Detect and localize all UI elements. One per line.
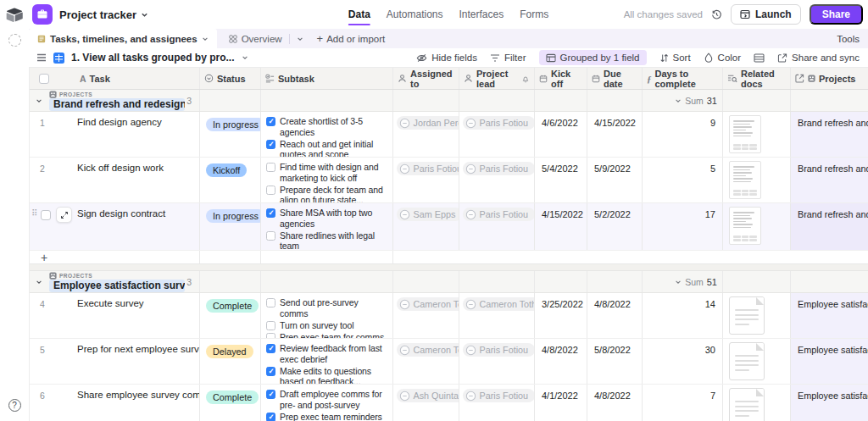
subtask-checkbox[interactable] (266, 208, 275, 218)
task-cell[interactable]: 1Find design agency (30, 112, 200, 157)
table-row[interactable]: 5Prep for next employee surveyDelayedRev… (30, 339, 868, 385)
task-cell[interactable]: 4Execute survey (30, 293, 200, 338)
subtask-cell[interactable]: Share MSA with top two agenciesShare red… (261, 203, 393, 250)
due-date-cell[interactable]: 5/9/2022 (587, 158, 643, 202)
subtask-checkbox[interactable] (266, 163, 275, 172)
due-date-cell[interactable]: 5/8/2022 (587, 339, 643, 384)
task-cell[interactable]: 2Kick off design work (30, 158, 200, 202)
status-cell[interactable]: Kickoff (200, 158, 261, 202)
column-header-status[interactable]: Status (200, 68, 261, 89)
row-height-button[interactable] (754, 53, 765, 63)
project-lead-cell[interactable]: Paris Fotiou (459, 339, 535, 384)
days-to-complete-cell[interactable]: 17 (643, 203, 723, 250)
subtask-checkbox[interactable] (266, 117, 275, 126)
project-lead-cell[interactable]: Paris Fotiou (459, 158, 535, 202)
doc-preview-thumbnail[interactable] (729, 207, 761, 245)
subtask-cell[interactable]: Send out pre-survey commsTurn on survey … (261, 293, 393, 338)
status-cell[interactable]: Delayed (200, 339, 261, 384)
active-view-tab[interactable]: Tasks, timelines, and assignees (29, 29, 217, 48)
project-lead-cell[interactable]: Cameron Toth (459, 293, 535, 338)
hide-fields-button[interactable]: Hide fields (416, 53, 477, 63)
group-header-row[interactable]: PROJECTSBrand refresh and redesign3Sum31 (30, 90, 868, 112)
subtask-cell[interactable]: Review feedback from last exec debriefMa… (261, 339, 393, 384)
group-value-pill[interactable]: Employee satisfaction survey (49, 280, 185, 292)
assigned-to-cell[interactable]: Cameron Toth (393, 293, 459, 338)
kick-off-cell[interactable]: 4/6/2022 (535, 112, 587, 157)
subtask-checkbox[interactable] (266, 298, 275, 307)
subtask-checkbox[interactable] (266, 321, 275, 330)
task-cell[interactable]: 5Prep for next employee survey (30, 339, 200, 384)
tab-data[interactable]: Data (348, 0, 370, 29)
sort-button[interactable]: Sort (659, 53, 691, 63)
subtask-checkbox[interactable] (266, 231, 275, 241)
column-header-due[interactable]: Due date (587, 68, 643, 89)
related-docs-cell[interactable] (723, 339, 791, 384)
subtask-checkbox[interactable] (266, 140, 275, 149)
column-header-task[interactable]: ATask (30, 68, 200, 89)
select-all-checkbox[interactable] (39, 74, 49, 84)
kick-off-cell[interactable]: 5/4/2022 (535, 158, 587, 202)
app-icon[interactable] (32, 4, 53, 25)
column-header-subtask[interactable]: Subtask (261, 68, 393, 89)
projects-cell[interactable]: Employee satisfaction s (791, 293, 868, 338)
status-cell[interactable]: Complete (200, 293, 261, 338)
color-button[interactable]: Color (704, 53, 741, 63)
add-record-row[interactable]: + (30, 251, 868, 264)
add-or-import-button[interactable]: + Add or import (317, 33, 386, 44)
status-cell[interactable]: In progress (200, 203, 261, 250)
group-summary[interactable]: Sum51 (643, 271, 723, 292)
row-checkbox[interactable] (41, 210, 51, 220)
days-to-complete-cell[interactable]: 7 (643, 385, 723, 421)
related-docs-cell[interactable] (723, 158, 791, 202)
subtask-checkbox[interactable] (266, 333, 275, 338)
assigned-to-cell[interactable]: Cameron Toth (393, 339, 459, 384)
table-row[interactable]: ⠿Sign design contractIn progressShare MS… (30, 203, 868, 251)
projects-cell[interactable]: Brand refresh and redes (791, 203, 868, 250)
subtask-checkbox[interactable] (266, 186, 275, 195)
collapse-group-icon[interactable] (36, 279, 42, 285)
assigned-to-cell[interactable]: Sam Epps (393, 203, 459, 250)
group-button[interactable]: Grouped by 1 field (539, 50, 647, 65)
launch-button[interactable]: Launch (731, 4, 801, 25)
table-row[interactable]: 1Find design agencyIn progressCreate sho… (30, 112, 868, 158)
chevron-down-icon[interactable] (202, 36, 209, 42)
chevron-down-icon[interactable] (297, 36, 303, 42)
tab-forms[interactable]: Forms (520, 0, 548, 29)
projects-cell[interactable]: Brand refresh and redes (791, 112, 868, 157)
chevron-down-icon[interactable] (141, 11, 148, 19)
table-row[interactable]: 6Share employee survey commsCompleteDraf… (30, 385, 868, 421)
doc-icon[interactable] (729, 296, 765, 335)
group-summary[interactable]: Sum31 (643, 90, 723, 111)
group-header-row[interactable]: PROJECTSEmployee satisfaction survey3Sum… (30, 271, 868, 293)
kick-off-cell[interactable]: 3/25/2022 (535, 293, 587, 338)
share-button[interactable]: Share (810, 4, 863, 25)
assigned-to-cell[interactable]: Ash Quintana (393, 385, 459, 421)
column-header-assigned[interactable]: Assigned to (393, 68, 459, 89)
tools-button[interactable]: Tools (837, 34, 860, 44)
due-date-cell[interactable]: 5/2/2022 (587, 203, 643, 250)
days-to-complete-cell[interactable]: 5 (643, 158, 723, 202)
subtask-checkbox[interactable] (266, 344, 275, 353)
due-date-cell[interactable]: 4/15/2022 (587, 112, 643, 157)
column-header-docs[interactable]: Related docs (723, 68, 791, 89)
subtask-checkbox[interactable] (266, 390, 275, 399)
view-name[interactable]: 1. View all tasks grouped by pro... (71, 52, 235, 64)
task-cell[interactable]: ⠿Sign design contract (30, 203, 200, 250)
days-to-complete-cell[interactable]: 9 (643, 112, 723, 157)
related-docs-cell[interactable] (723, 385, 791, 421)
tab-automations[interactable]: Automations (387, 0, 443, 29)
share-and-sync-button[interactable]: Share and sync (777, 53, 860, 63)
due-date-cell[interactable]: 4/8/2022 (587, 385, 643, 421)
column-header-projects[interactable]: Projects (791, 68, 868, 89)
drag-handle[interactable]: ⠿ (31, 208, 36, 218)
related-docs-cell[interactable] (723, 112, 791, 157)
subtask-cell[interactable]: Create shortlist of 3-5 agenciesReach ou… (261, 112, 393, 157)
due-date-cell[interactable]: 4/8/2022 (587, 293, 643, 338)
help-icon[interactable]: ? (8, 399, 21, 412)
table-row[interactable]: 2Kick off design workKickoffFind time wi… (30, 158, 868, 203)
table-row[interactable]: 4Execute surveyCompleteSend out pre-surv… (30, 293, 868, 339)
column-header-lead[interactable]: Project lead (459, 68, 535, 89)
expand-record-button[interactable] (56, 207, 72, 223)
kick-off-cell[interactable]: 4/8/2022 (535, 339, 587, 384)
projects-cell[interactable]: Employee satisfaction s (791, 385, 868, 421)
